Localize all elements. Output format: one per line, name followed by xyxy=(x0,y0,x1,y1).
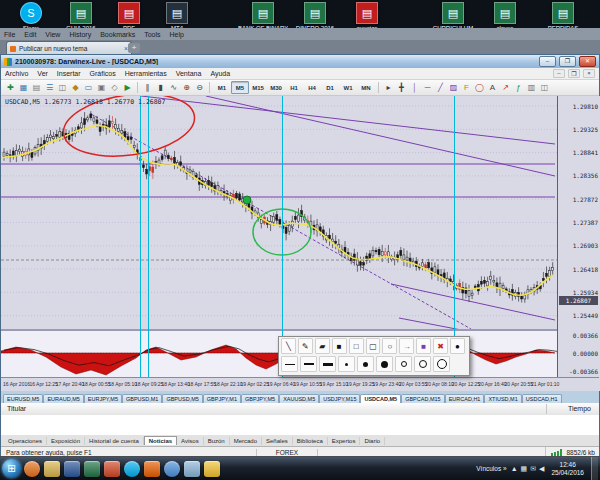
tray-update-icon[interactable]: ▲ xyxy=(511,465,518,473)
news-col-splitter[interactable] xyxy=(546,404,547,414)
ring-medium[interactable] xyxy=(414,356,431,372)
bars-icon[interactable]: ∥ xyxy=(141,81,154,94)
browser-menu-item[interactable]: Bookmarks xyxy=(100,31,135,38)
chart-minimize-icon[interactable]: – xyxy=(553,69,565,78)
palette-square-icon[interactable]: □ xyxy=(349,338,364,354)
taskbar-chrome-icon[interactable] xyxy=(164,461,180,477)
metaeditor-icon[interactable]: ◇ xyxy=(108,81,121,94)
chart-tab-gbpusd-m5[interactable]: GBPUSD,M5 xyxy=(162,394,202,403)
tray-network-icon[interactable]: ▦ xyxy=(521,465,528,473)
dot-large[interactable] xyxy=(376,356,393,372)
stroke-thin[interactable] xyxy=(281,356,298,372)
templates-icon[interactable]: ▥ xyxy=(525,81,538,94)
menu-item[interactable]: Insertar xyxy=(57,70,81,77)
menu-item[interactable]: Ver xyxy=(37,70,48,77)
toolbox-tab-diario[interactable]: Diario xyxy=(360,437,385,445)
zoom-out-icon[interactable]: ⊖ xyxy=(193,81,206,94)
title-bar[interactable]: 2100030978: Darwinex-Live - [USDCAD,M5] … xyxy=(1,55,599,68)
taskbar-word-icon[interactable] xyxy=(64,461,80,477)
strategy-tester-icon[interactable]: ▣ xyxy=(95,81,108,94)
new-order-icon[interactable]: ✚ xyxy=(4,81,17,94)
browser-menu-item[interactable]: Edit xyxy=(24,31,36,38)
vertical-marker-line[interactable] xyxy=(148,96,149,377)
menu-item[interactable]: Ventana xyxy=(176,70,202,77)
tray-message-icon[interactable]: ✉ xyxy=(530,465,536,473)
palette-brush-icon[interactable]: ▰ xyxy=(315,338,330,354)
toolbox-tab-exposici-n[interactable]: Exposición xyxy=(47,437,85,445)
toolbox-tab-mercado[interactable]: Mercado xyxy=(230,437,262,445)
toolbox-tab-avisos[interactable]: Avisos xyxy=(177,437,204,445)
data-window-icon[interactable]: ◫ xyxy=(56,81,69,94)
menu-item[interactable]: Gráficos xyxy=(90,70,116,77)
restore-button[interactable]: ❐ xyxy=(559,56,576,67)
show-desktop-button[interactable] xyxy=(591,457,598,480)
browser-tab[interactable]: Publicar un nuevo tema × xyxy=(6,41,132,55)
navigator-icon[interactable]: ◆ xyxy=(69,81,82,94)
links-toolbar[interactable]: Vínculos » xyxy=(476,465,506,472)
ring-large[interactable] xyxy=(433,356,450,372)
chart-tab-xtiusd-m1[interactable]: XTIUSD,M1 xyxy=(484,394,521,403)
palette-ellipse-icon[interactable]: ○ xyxy=(382,338,397,354)
text-icon[interactable]: A xyxy=(486,81,499,94)
browser-menu-item[interactable]: Tools xyxy=(144,31,160,38)
zoom-in-icon[interactable]: ⊕ xyxy=(180,81,193,94)
line-chart-icon[interactable]: ∿ xyxy=(167,81,180,94)
chart-tab-eurusd-m5[interactable]: EURUSD,M5 xyxy=(3,394,43,403)
chart-tab-usdcad-m5[interactable]: USDCAD,M5 xyxy=(360,394,401,403)
chart-tab-usdcad-h1[interactable]: USDCAD,H1 xyxy=(522,394,562,403)
chart-close-icon[interactable]: × xyxy=(583,69,595,78)
vertical-marker-line[interactable] xyxy=(282,96,283,377)
palette-line-icon[interactable]: ╲ xyxy=(281,338,296,354)
shapes-icon[interactable]: ◯ xyxy=(473,81,486,94)
chart-tab-xauusd-m5[interactable]: XAUUSD,M5 xyxy=(279,394,319,403)
taskbar-explorer-icon[interactable] xyxy=(44,461,60,477)
vertical-line-icon[interactable]: │ xyxy=(408,81,421,94)
indicators-icon[interactable]: ƒ xyxy=(512,81,525,94)
tray-volume-icon[interactable]: ◀ xyxy=(539,465,544,473)
palette-color-swatch[interactable]: ■ xyxy=(416,338,431,354)
toolbox-tab-historial-de-cuenta[interactable]: Historial de cuenta xyxy=(85,437,144,445)
taskbar-excel-icon[interactable] xyxy=(84,461,100,477)
fibonacci-icon[interactable]: F xyxy=(460,81,473,94)
terminal-icon[interactable]: ▭ xyxy=(82,81,95,94)
cursor-icon[interactable]: ▸ xyxy=(382,81,395,94)
browser-menu-item[interactable]: View xyxy=(45,31,60,38)
timeframe-button-h1[interactable]: H1 xyxy=(285,81,303,94)
news-col-time[interactable]: Tiempo xyxy=(568,405,591,412)
market-watch-icon[interactable]: ☰ xyxy=(43,81,56,94)
timeframe-button-h4[interactable]: H4 xyxy=(303,81,321,94)
timeframe-button-m30[interactable]: M30 xyxy=(267,81,285,94)
toolbox-tab-buz-n[interactable]: Buzón xyxy=(204,437,230,445)
timeframe-button-w1[interactable]: W1 xyxy=(339,81,357,94)
chart-tab-gbpusd-m1[interactable]: GBPUSD,M1 xyxy=(122,394,162,403)
menu-item[interactable]: Archivo xyxy=(5,70,28,77)
chart-plot[interactable] xyxy=(1,96,557,329)
palette-delete-icon[interactable]: ✖ xyxy=(433,338,448,354)
chart-tab-usdjpy-m15[interactable]: USDJPY,M15 xyxy=(319,394,360,403)
ring-small[interactable] xyxy=(395,356,412,372)
toolbox-tab-operaciones[interactable]: Operaciones xyxy=(4,437,47,445)
toolbox-tab-expertos[interactable]: Expertos xyxy=(328,437,361,445)
palette-rounded-rect-icon[interactable]: ▢ xyxy=(366,338,381,354)
timeframe-button-m15[interactable]: M15 xyxy=(249,81,267,94)
chart-tab-gbpcad-m15[interactable]: GBPCAD,M15 xyxy=(401,394,444,403)
menu-item[interactable]: Ayuda xyxy=(210,70,230,77)
chart-tab-euraud-m5[interactable]: EURAUD,M5 xyxy=(43,394,83,403)
horizontal-line-icon[interactable]: ─ xyxy=(421,81,434,94)
timeframe-button-mn[interactable]: MN xyxy=(357,81,375,94)
crosshair-icon[interactable]: ╋ xyxy=(395,81,408,94)
profiles-icon[interactable]: ▤ xyxy=(30,81,43,94)
close-button[interactable]: ✕ xyxy=(579,56,596,67)
chart-tab-eurjpy-m5[interactable]: EURJPY,M5 xyxy=(84,394,122,403)
palette-pencil-icon[interactable]: ✎ xyxy=(298,338,313,354)
arrow-icon[interactable]: ↗ xyxy=(499,81,512,94)
browser-menu-item[interactable]: Help xyxy=(170,31,184,38)
taskbar-mt5-icon[interactable] xyxy=(204,461,220,477)
palette-dot-icon[interactable]: ● xyxy=(450,338,465,354)
minimize-button[interactable]: – xyxy=(539,56,556,67)
menu-item[interactable]: Herramientas xyxy=(125,70,167,77)
chart-tab-eurcad-h1[interactable]: EURCAD,H1 xyxy=(445,394,485,403)
palette-filled-square-icon[interactable]: ■ xyxy=(332,338,347,354)
news-col-headline[interactable]: Titular xyxy=(7,405,26,412)
toolbox-tab-se-ales[interactable]: Señales xyxy=(262,437,293,445)
